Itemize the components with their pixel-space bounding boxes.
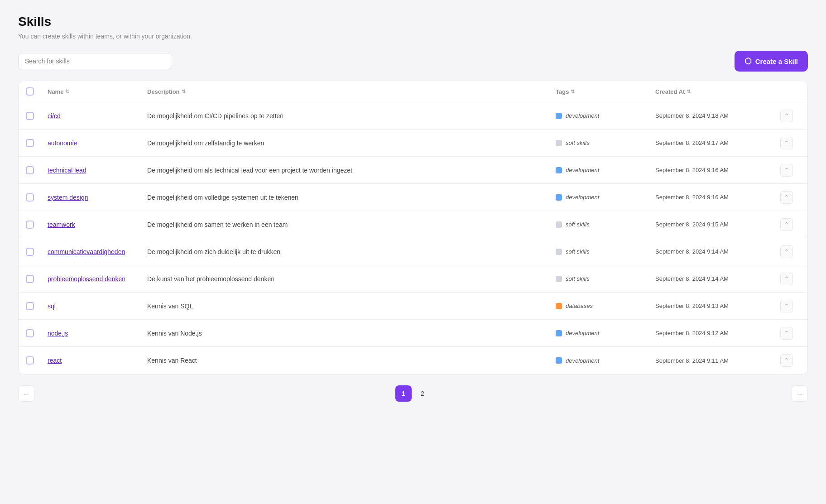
row-created-at: September 8, 2024 9:14 AM — [655, 275, 773, 282]
header-description[interactable]: Description ⇅ — [147, 88, 556, 95]
row-checkbox-cell — [26, 112, 48, 120]
row-expand-button[interactable]: ⌃ — [780, 273, 793, 285]
pagination: ← 12 → — [18, 385, 808, 402]
row-checkbox[interactable] — [26, 193, 34, 202]
layers-icon: ⬡ — [744, 56, 752, 66]
row-checkbox-cell — [26, 193, 48, 202]
row-action-cell: ⌃ — [773, 218, 800, 231]
pagination-prev-button[interactable]: ← — [18, 385, 34, 402]
created-at-sort-icon: ⇅ — [687, 89, 691, 95]
tag-color-dot — [556, 140, 562, 146]
skill-link[interactable]: autonomie — [48, 139, 77, 147]
row-action-cell: ⌃ — [773, 110, 800, 122]
pagination-next-button[interactable]: → — [792, 385, 808, 402]
row-name-cell: technical lead — [48, 166, 147, 174]
row-created-at: September 8, 2024 9:13 AM — [655, 302, 773, 309]
table-row: autonomie De mogelijkheid om zelfstandig… — [19, 130, 807, 157]
pagination-page-2-button[interactable]: 2 — [414, 385, 431, 402]
tag-color-dot — [556, 194, 562, 201]
name-sort-icon: ⇅ — [65, 89, 69, 95]
row-expand-button[interactable]: ⌃ — [780, 191, 793, 204]
row-name-cell: react — [48, 356, 147, 365]
row-name-cell: communicatievaardigheden — [48, 248, 147, 256]
row-description-cell: Kennis van React — [147, 357, 556, 364]
row-expand-button[interactable]: ⌃ — [780, 218, 793, 231]
row-checkbox[interactable] — [26, 356, 34, 365]
row-created-at: September 8, 2024 9:16 AM — [655, 194, 773, 201]
row-description-cell: De mogelijkheid om zelfstandig te werken — [147, 139, 556, 147]
row-created-at: September 8, 2024 9:14 AM — [655, 248, 773, 255]
tag-label: development — [566, 194, 599, 201]
row-checkbox-cell — [26, 139, 48, 147]
tag-color-dot — [556, 249, 562, 255]
header-created-at[interactable]: Created At ⇅ — [655, 88, 773, 95]
table-row: sql Kennis van SQL databases September 8… — [19, 293, 807, 320]
row-checkbox-cell — [26, 275, 48, 283]
row-action-cell: ⌃ — [773, 137, 800, 149]
row-checkbox[interactable] — [26, 166, 34, 174]
tag-label: soft skills — [566, 248, 590, 255]
tag-label: soft skills — [566, 275, 590, 282]
row-expand-button[interactable]: ⌃ — [780, 354, 793, 367]
row-expand-button[interactable]: ⌃ — [780, 245, 793, 258]
skill-link[interactable]: technical lead — [48, 167, 86, 174]
row-action-cell: ⌃ — [773, 354, 800, 367]
row-checkbox-cell — [26, 166, 48, 174]
row-checkbox[interactable] — [26, 329, 34, 337]
row-description-cell: De mogelijkheid om CI/CD pipelines op te… — [147, 112, 556, 120]
tag-color-dot — [556, 167, 562, 173]
row-checkbox[interactable] — [26, 275, 34, 283]
tag-label: development — [566, 112, 599, 119]
row-tag-cell: soft skills — [556, 248, 655, 255]
row-checkbox-cell — [26, 356, 48, 365]
tag-label: soft skills — [566, 139, 590, 146]
row-tag-cell: databases — [556, 302, 655, 309]
header-tags[interactable]: Tags ⇅ — [556, 88, 655, 95]
skill-link[interactable]: probleemoplossend denken — [48, 275, 125, 283]
row-description-cell: De mogelijkheid om als technical lead vo… — [147, 167, 556, 174]
row-description-cell: De mogelijkheid om zich duidelijk uit te… — [147, 248, 556, 255]
tag-color-dot — [556, 276, 562, 282]
row-expand-button[interactable]: ⌃ — [780, 164, 793, 177]
row-expand-button[interactable]: ⌃ — [780, 327, 793, 340]
select-all-checkbox[interactable] — [26, 87, 34, 96]
row-action-cell: ⌃ — [773, 327, 800, 340]
row-tag-cell: development — [556, 167, 655, 173]
tag-color-dot — [556, 221, 562, 228]
row-checkbox[interactable] — [26, 248, 34, 256]
skill-link[interactable]: node.js — [48, 330, 68, 337]
row-created-at: September 8, 2024 9:16 AM — [655, 167, 773, 173]
skill-link[interactable]: react — [48, 357, 62, 364]
row-name-cell: node.js — [48, 329, 147, 337]
tag-label: development — [566, 167, 599, 173]
table-row: teamwork De mogelijkheid om samen te wer… — [19, 211, 807, 238]
skill-link[interactable]: system design — [48, 194, 88, 201]
row-expand-button[interactable]: ⌃ — [780, 300, 793, 312]
row-checkbox[interactable] — [26, 139, 34, 147]
header-name[interactable]: Name ⇅ — [48, 88, 147, 95]
tag-label: development — [566, 357, 599, 364]
row-checkbox[interactable] — [26, 112, 34, 120]
skill-link[interactable]: ci/cd — [48, 112, 61, 120]
skill-link[interactable]: communicatievaardigheden — [48, 248, 125, 255]
row-name-cell: probleemoplossend denken — [48, 275, 147, 283]
row-expand-button[interactable]: ⌃ — [780, 137, 793, 149]
row-checkbox-cell — [26, 248, 48, 256]
row-action-cell: ⌃ — [773, 245, 800, 258]
row-description-cell: De kunst van het probleemoplossend denke… — [147, 275, 556, 283]
skill-link[interactable]: teamwork — [48, 221, 75, 228]
row-description-cell: De mogelijkheid om samen te werken in ee… — [147, 221, 556, 228]
row-name-cell: sql — [48, 302, 147, 310]
create-skill-button[interactable]: ⬡ Create a Skill — [735, 51, 808, 72]
page-title: Skills — [18, 14, 808, 29]
row-checkbox[interactable] — [26, 302, 34, 310]
search-input[interactable] — [18, 53, 172, 69]
page-buttons: 12 — [395, 385, 431, 402]
skills-table: Name ⇅ Description ⇅ Tags ⇅ Created At ⇅… — [18, 81, 808, 374]
row-tag-cell: soft skills — [556, 139, 655, 146]
pagination-page-1-button[interactable]: 1 — [395, 385, 412, 402]
row-tag-cell: soft skills — [556, 221, 655, 228]
skill-link[interactable]: sql — [48, 302, 56, 310]
row-expand-button[interactable]: ⌃ — [780, 110, 793, 122]
row-checkbox[interactable] — [26, 221, 34, 229]
